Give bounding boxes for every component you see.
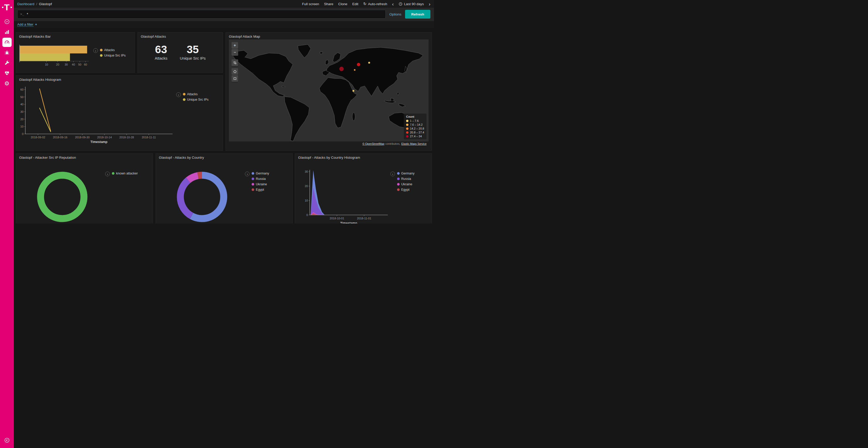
osm-link[interactable]: © OpenStreetMap (363, 142, 384, 145)
panel-title: Glastopf - Attacks by Country Histogram (298, 156, 429, 160)
svg-text:40: 40 (21, 103, 24, 106)
legend-color-dot (252, 183, 254, 185)
svg-text:2018-10-01: 2018-10-01 (330, 217, 344, 220)
sidebar-item-dashboard[interactable] (2, 38, 11, 47)
breadcrumb-current: Glastopf (39, 2, 52, 6)
legend-color-dot (252, 177, 254, 180)
attack-map[interactable]: + − (229, 39, 429, 146)
breadcrumb-dashboard-link[interactable]: Dashboard (17, 2, 34, 6)
svg-text:20: 20 (21, 118, 24, 121)
clone-button[interactable]: Clone (338, 2, 347, 6)
share-button[interactable]: Share (324, 2, 333, 6)
legend-expand-icon[interactable]: › (245, 172, 250, 176)
panel-glastopf-attacks-metric: Glastopf Attacks 63 Attacks 35 Unique Sr… (137, 32, 223, 73)
reputation-donut-chart[interactable] (35, 169, 90, 223)
legend-item[interactable]: Russia (252, 177, 269, 181)
time-back-chevron[interactable]: ‹ (392, 2, 394, 6)
legend-item[interactable]: Germany (252, 172, 269, 175)
panel-title: Glastopf Attacks Bar (19, 35, 131, 38)
svg-text:0: 0 (306, 213, 308, 216)
legend-label: Attacks (187, 92, 197, 96)
gauge-icon (4, 39, 10, 45)
edit-button[interactable]: Edit (352, 2, 358, 6)
area-chart-area: 01020302018-10-012018-11-01Timestamp (298, 160, 390, 223)
attribution-text: contributors, (385, 142, 400, 145)
sidebar-item-settings[interactable]: ⚙ (2, 79, 11, 88)
draw-rectangle-button[interactable] (231, 75, 238, 82)
ems-link[interactable]: Elastic Maps Service (401, 142, 427, 145)
full-screen-button[interactable]: Full screen (302, 2, 319, 6)
legend-item[interactable]: Unique Src IPs (100, 54, 126, 57)
sidebar-item-compass[interactable] (2, 17, 11, 26)
sidebar-item-honeypot[interactable] (2, 48, 11, 57)
telekom-logo[interactable]: T (2, 2, 12, 13)
auto-refresh-label: Auto-refresh (368, 2, 387, 6)
sidebar-item-health[interactable] (2, 69, 11, 78)
attacks-line-chart[interactable]: 01020304050602018-09-022018-09-162018-09… (19, 82, 176, 147)
legend-item[interactable]: Attacks (183, 92, 209, 96)
legend-expand-icon[interactable]: › (93, 48, 98, 53)
top-nav: Dashboard / Glastopf Full screen Share C… (14, 0, 434, 8)
auto-refresh-button[interactable]: ↻ Auto-refresh (363, 2, 387, 6)
legend-label: Egypt (401, 188, 409, 192)
legend-label: Egypt (256, 188, 264, 192)
legend-color-dot (252, 172, 254, 175)
legend-label: known attacker (116, 172, 138, 175)
legend-expand-icon[interactable]: › (105, 172, 110, 176)
query-options-link[interactable]: Options (389, 12, 401, 16)
svg-text:2018-10-14: 2018-10-14 (97, 136, 112, 139)
panel-title: Glastopf Attacks (141, 35, 220, 38)
query-text: * (27, 12, 28, 16)
legend-item[interactable]: Unique Src IPs (183, 98, 209, 101)
map-legend-item: 14.2 – 20.8 (406, 127, 424, 130)
horizontal-bar-chart[interactable]: 102030405060 (19, 39, 93, 68)
country-area-chart[interactable]: 01020302018-10-012018-11-01Timestamp (298, 160, 390, 223)
legend-range-label: 7.6 – 14.2 (410, 123, 423, 126)
legend-label: Unique Src IPs (187, 98, 209, 101)
legend-item[interactable]: Ukraine (397, 182, 414, 186)
filter-bar: Add a filter + (14, 21, 434, 28)
svg-text:10: 10 (21, 125, 24, 128)
metric-attacks: 63 Attacks (155, 44, 167, 69)
add-filter-link[interactable]: Add a filter + (17, 23, 37, 26)
rectangle-icon (233, 77, 237, 80)
bar-chart-area: 102030405060 (19, 39, 93, 69)
svg-text:0: 0 (22, 132, 24, 136)
sidebar-item-visualize[interactable] (2, 27, 11, 37)
fit-data-bounds-button[interactable] (231, 59, 238, 66)
legend-item[interactable]: Germany (397, 172, 414, 175)
map-legend-item: 20.8 – 27.4 (406, 131, 424, 134)
legend-color-dot (406, 128, 408, 130)
histogram-legend: ›AttacksUnique Src IPs (176, 82, 220, 147)
legend-item[interactable]: Egypt (397, 188, 414, 192)
legend-range-label: 1 – 7.6 (410, 119, 419, 122)
legend-expand-icon[interactable]: › (390, 172, 395, 176)
time-range-label: Last 90 days (404, 2, 424, 6)
topnav-actions: Full screen Share Clone Edit ↻ Auto-refr… (302, 2, 430, 6)
panel-attacker-src-ip-reputation: Glastopf - Attacker Src IP Reputation ›k… (16, 153, 153, 223)
sidebar-nav: ⚙ (2, 17, 11, 88)
country-legend: ›GermanyRussiaUkraineEgypt (245, 160, 269, 223)
zoom-in-button[interactable]: + (231, 42, 238, 49)
legend-item[interactable]: known attacker (112, 172, 138, 175)
legend-item[interactable]: Attacks (100, 48, 126, 52)
legend-item[interactable]: Ukraine (252, 182, 269, 186)
svg-text:Timestamp: Timestamp (340, 221, 357, 223)
map-legend-rows: 1 – 7.67.6 – 14.214.2 – 20.820.8 – 27.42… (406, 119, 424, 138)
svg-text:10: 10 (305, 199, 308, 202)
draw-polygon-button[interactable] (231, 68, 238, 75)
time-range-picker[interactable]: Last 90 days (399, 2, 424, 6)
search-query-input[interactable]: >_ * (17, 10, 386, 19)
zoom-out-button[interactable]: − (231, 49, 238, 56)
svg-text:60: 60 (21, 88, 24, 91)
legend-expand-icon[interactable]: › (176, 92, 181, 97)
world-map (229, 39, 429, 146)
country-donut-chart[interactable] (175, 169, 230, 223)
sidebar-item-tools[interactable] (2, 58, 11, 68)
refresh-button[interactable]: Refresh (405, 10, 430, 19)
legend-item[interactable]: Russia (397, 177, 414, 181)
panel-glastopf-attacks-histogram: Glastopf Attacks Histogram 0102030405060… (16, 75, 223, 151)
time-forward-chevron[interactable]: › (429, 2, 430, 6)
svg-text:2018-09-16: 2018-09-16 (53, 136, 67, 139)
legend-item[interactable]: Egypt (252, 188, 269, 192)
